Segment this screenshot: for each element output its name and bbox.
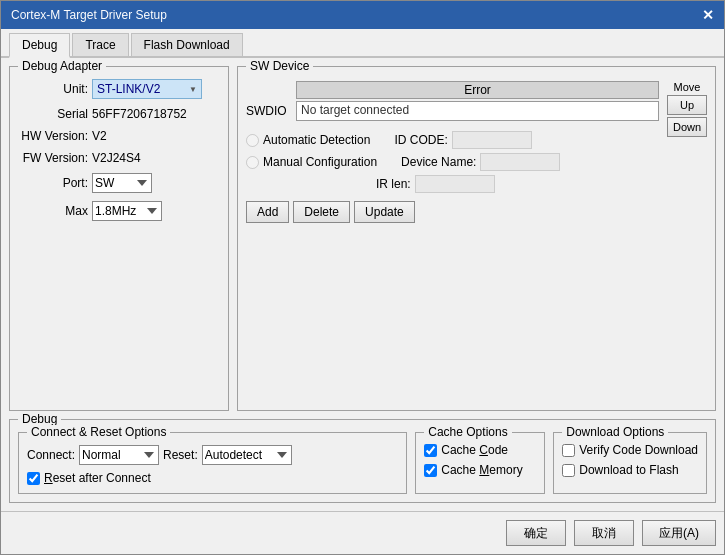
max-select[interactable]: 1.8MHz 3.6MHz 7.2MHz [92, 201, 162, 221]
cache-memory-label: Cache Memory [441, 463, 522, 477]
main-window: Cortex-M Target Driver Setup ✕ Debug Tra… [0, 0, 725, 555]
close-button[interactable]: ✕ [702, 7, 714, 23]
move-section: Move Up Down [667, 81, 707, 223]
add-button[interactable]: Add [246, 201, 289, 223]
device-name-label: Device Name: [401, 155, 476, 169]
download-flash-row: Download to Flash [562, 463, 698, 477]
verify-code-row: Verify Code Download [562, 443, 698, 457]
debug-adapter-group: Debug Adapter Unit: ST-LINK/V2 Serial 56… [9, 66, 229, 411]
tab-flash-download[interactable]: Flash Download [131, 33, 243, 56]
cache-options-box: Cache Options Cache Code Cache Memory [415, 432, 545, 494]
manual-config-radio[interactable] [246, 156, 259, 169]
ok-button[interactable]: 确定 [506, 520, 566, 546]
ir-len-label: IR len: [376, 177, 411, 191]
move-label: Move [667, 81, 707, 93]
ir-len-input[interactable] [415, 175, 495, 193]
connect-select[interactable]: Normal Under Reset Pre-reset [79, 445, 159, 465]
serial-row: Serial 56FF7206718752 [18, 107, 220, 121]
verify-code-checkbox[interactable] [562, 444, 575, 457]
tab-trace[interactable]: Trace [72, 33, 128, 56]
download-options-title: Download Options [562, 425, 668, 439]
apply-button[interactable]: 应用(A) [642, 520, 716, 546]
device-name-input[interactable] [480, 153, 560, 171]
manual-config-row: Manual Configuration Device Name: [246, 153, 659, 171]
max-row: Max 1.8MHz 3.6MHz 7.2MHz [18, 201, 220, 221]
serial-label: Serial [18, 107, 88, 121]
port-row: Port: SW JTAG [18, 173, 220, 193]
connect-label: Connect: [27, 448, 75, 462]
download-options-box: Download Options Verify Code Download Do… [553, 432, 707, 494]
reset-after-connect-checkbox[interactable] [27, 472, 40, 485]
cancel-button[interactable]: 取消 [574, 520, 634, 546]
cache-memory-checkbox[interactable] [424, 464, 437, 477]
hw-version-label: HW Version: [18, 129, 88, 143]
move-down-button[interactable]: Down [667, 117, 707, 137]
sw-device-main: Error SWDIO No target connected Automati… [246, 81, 659, 223]
title-bar: Cortex-M Target Driver Setup ✕ [1, 1, 724, 29]
swdio-label: SWDIO [246, 104, 296, 118]
move-up-button[interactable]: Up [667, 95, 707, 115]
cache-code-row: Cache Code [424, 443, 536, 457]
main-content: Debug Adapter Unit: ST-LINK/V2 Serial 56… [1, 58, 724, 511]
fw-version-value: V2J24S4 [92, 151, 141, 165]
id-code-label: ID CODE: [394, 133, 447, 147]
debug-section-title: Debug [18, 412, 61, 426]
download-flash-label: Download to Flash [579, 463, 678, 477]
error-header: Error [296, 81, 659, 99]
auto-detect-row: Automatic Detection ID CODE: [246, 131, 659, 149]
connect-reset-box: Connect & Reset Options Connect: Normal … [18, 432, 407, 494]
unit-label: Unit: [18, 82, 88, 96]
reset-label: Reset: [163, 448, 198, 462]
reset-after-connect-row: Reset after Connect [27, 471, 398, 485]
update-button[interactable]: Update [354, 201, 415, 223]
debug-section: Debug Connect & Reset Options Connect: N… [9, 419, 716, 503]
hw-version-value: V2 [92, 129, 107, 143]
auto-detect-radio[interactable] [246, 134, 259, 147]
cache-options-title: Cache Options [424, 425, 511, 439]
unit-select[interactable]: ST-LINK/V2 [92, 79, 202, 99]
tabs-bar: Debug Trace Flash Download [1, 29, 724, 58]
port-select[interactable]: SW JTAG [92, 173, 152, 193]
unit-row: Unit: ST-LINK/V2 [18, 79, 220, 99]
tab-debug[interactable]: Debug [9, 33, 70, 58]
footer: 确定 取消 应用(A) [1, 511, 724, 554]
port-label: Port: [18, 176, 88, 190]
delete-button[interactable]: Delete [293, 201, 350, 223]
connect-reset-title: Connect & Reset Options [27, 425, 170, 439]
cache-code-label: Cache Code [441, 443, 508, 457]
reset-select[interactable]: Autodetect Software Hardware VECTRES [202, 445, 292, 465]
verify-code-label: Verify Code Download [579, 443, 698, 457]
fw-version-row: FW Version: V2J24S4 [18, 151, 220, 165]
manual-config-label: Manual Configuration [263, 155, 377, 169]
swdio-value: No target connected [296, 101, 659, 121]
auto-detect-label: Automatic Detection [263, 133, 370, 147]
debug-inner: Connect & Reset Options Connect: Normal … [18, 432, 707, 494]
max-label: Max [18, 204, 88, 218]
sw-device-title: SW Device [246, 59, 313, 73]
cache-memory-row: Cache Memory [424, 463, 536, 477]
fw-version-label: FW Version: [18, 151, 88, 165]
top-row: Debug Adapter Unit: ST-LINK/V2 Serial 56… [9, 66, 716, 411]
hw-version-row: HW Version: V2 [18, 129, 220, 143]
sw-buttons-row: Add Delete Update [246, 201, 659, 223]
cache-code-checkbox[interactable] [424, 444, 437, 457]
serial-value: 56FF7206718752 [92, 107, 187, 121]
ir-len-row: IR len: [246, 175, 659, 193]
debug-adapter-title: Debug Adapter [18, 59, 106, 73]
id-code-input[interactable] [452, 131, 532, 149]
window-title: Cortex-M Target Driver Setup [11, 8, 167, 22]
sw-device-group: SW Device Error SWDIO No target connecte… [237, 66, 716, 411]
download-flash-checkbox[interactable] [562, 464, 575, 477]
connect-row: Connect: Normal Under Reset Pre-reset Re… [27, 445, 398, 465]
reset-after-connect-label: Reset after Connect [44, 471, 151, 485]
